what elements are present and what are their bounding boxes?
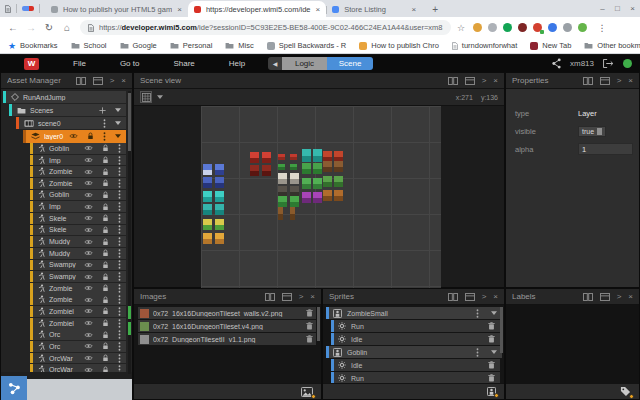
asset-row-actor[interactable]: Zombiel	[30, 306, 126, 317]
visibility-eye-icon[interactable]	[84, 262, 93, 268]
menu-item-help[interactable]: Help	[229, 59, 245, 68]
kebab-menu-icon[interactable]	[118, 225, 121, 234]
lock-icon[interactable]	[102, 331, 109, 339]
scene-sprite[interactable]	[262, 165, 271, 176]
scene-sprite[interactable]	[203, 164, 212, 175]
menu-item-file[interactable]: File	[73, 59, 86, 68]
add-icon[interactable]	[99, 107, 106, 114]
visibility-eye-icon[interactable]	[84, 308, 93, 314]
bookmark-item[interactable]: School	[71, 41, 107, 50]
split-rows-icon[interactable]	[600, 293, 610, 301]
asset-row-actor[interactable]: Swampy	[30, 260, 126, 271]
bookmark-item[interactable]: Misc	[225, 41, 253, 50]
trash-icon[interactable]	[488, 361, 495, 369]
asset-row-scene[interactable]: scene0	[16, 117, 126, 129]
scene-mode-button[interactable]: Scene	[327, 57, 373, 70]
scene-sprite[interactable]	[215, 177, 224, 188]
asset-row-actor[interactable]: Swampy	[30, 271, 126, 282]
visibility-eye-icon[interactable]	[84, 343, 93, 349]
split-rows-icon[interactable]	[465, 77, 475, 85]
extension-3-icon[interactable]	[503, 23, 512, 32]
home-button[interactable]: ⌂	[58, 22, 76, 33]
split-rows-icon[interactable]	[93, 77, 103, 85]
lock-icon[interactable]	[102, 342, 109, 350]
collapse-panel-icon[interactable]: >	[110, 77, 115, 85]
kebab-menu-icon[interactable]	[476, 348, 479, 357]
close-panel-icon[interactable]: ×	[310, 293, 315, 301]
scene-sprite[interactable]	[290, 164, 297, 170]
extension-7-icon[interactable]	[563, 23, 572, 32]
scene-sprite[interactable]	[323, 176, 332, 187]
extension-6-icon[interactable]	[548, 23, 557, 32]
split-columns-icon[interactable]	[448, 293, 458, 301]
chevron-down-icon[interactable]	[157, 95, 163, 99]
split-rows-icon[interactable]	[465, 293, 475, 301]
kebab-menu-icon[interactable]	[476, 309, 479, 318]
visibility-eye-icon[interactable]	[84, 285, 93, 291]
add-label-button[interactable]	[620, 386, 631, 397]
lock-icon[interactable]	[87, 132, 94, 140]
bookmark-item[interactable]: turndownforwhat	[452, 41, 517, 50]
close-panel-icon[interactable]: ×	[493, 293, 498, 301]
scene-sprite[interactable]	[278, 207, 283, 220]
scene-sprite[interactable]	[215, 233, 224, 244]
forward-button[interactable]: →	[22, 22, 40, 33]
sprite-group-row[interactable]: ZombieSmall	[326, 307, 502, 319]
visibility-eye-icon[interactable]	[84, 180, 93, 186]
collapse-panel-icon[interactable]: >	[617, 77, 622, 85]
alpha-input[interactable]	[578, 143, 633, 155]
tab-close-icon[interactable]: ×	[177, 5, 182, 14]
scene-sprite[interactable]	[203, 233, 212, 244]
asset-row-scenes[interactable]: Scenes	[9, 104, 126, 116]
split-columns-icon[interactable]	[583, 77, 593, 85]
lock-icon[interactable]	[102, 238, 109, 246]
bookmark-item[interactable]: How to publish Chro	[359, 41, 439, 50]
scene-sprite[interactable]	[203, 219, 212, 230]
add-image-button[interactable]	[301, 387, 313, 397]
minimize-button[interactable]: –	[595, 4, 610, 13]
kebab-menu-icon[interactable]	[118, 307, 121, 316]
scene-sprite[interactable]	[290, 154, 297, 160]
kebab-menu-icon[interactable]	[118, 179, 121, 188]
new-tab-button[interactable]: +	[428, 2, 442, 16]
scene-sprite[interactable]	[203, 191, 212, 202]
kebab-menu-icon[interactable]	[103, 132, 106, 141]
visibility-eye-icon[interactable]	[84, 332, 93, 338]
lock-icon[interactable]	[102, 203, 109, 211]
chevron-down-icon[interactable]	[491, 350, 497, 354]
asset-scrollbar-thumb[interactable]	[128, 93, 131, 151]
scene-sprite[interactable]	[290, 196, 299, 207]
close-panel-icon[interactable]: ×	[628, 293, 633, 301]
lock-icon[interactable]	[102, 366, 109, 372]
collapse-panel-icon[interactable]: >	[482, 293, 487, 301]
pinned-tab-doc-icon[interactable]	[5, 5, 11, 13]
tab[interactable]: Store Listing×	[326, 2, 422, 17]
grid-snap-button[interactable]	[140, 91, 152, 103]
close-panel-icon[interactable]: ×	[121, 77, 126, 85]
visibility-eye-icon[interactable]	[84, 192, 93, 198]
animation-row[interactable]: Idle	[331, 333, 500, 345]
menu-item-share[interactable]: Share	[173, 59, 194, 68]
collapse-arrow-icon[interactable]: ◀	[268, 57, 282, 70]
lock-icon[interactable]	[102, 273, 109, 281]
kebab-menu-icon[interactable]	[118, 156, 121, 165]
scene-canvas[interactable]	[201, 106, 441, 288]
scene-sprite[interactable]	[323, 190, 332, 201]
chevron-down-icon[interactable]	[491, 311, 497, 315]
kebab-menu-icon[interactable]	[118, 319, 121, 328]
kebab-menu-icon[interactable]	[118, 284, 121, 293]
extension-8-icon[interactable]	[578, 23, 587, 32]
split-columns-icon[interactable]	[448, 77, 458, 85]
visibility-eye-icon[interactable]	[84, 250, 93, 256]
lock-icon[interactable]	[102, 249, 109, 257]
kebab-menu-icon[interactable]	[118, 167, 121, 176]
scene-sprite[interactable]	[302, 192, 311, 203]
online-status-icon[interactable]	[623, 59, 632, 68]
menu-item-go-to[interactable]: Go to	[120, 59, 140, 68]
scene-sprite[interactable]	[334, 176, 343, 187]
chevron-down-icon[interactable]	[115, 121, 121, 125]
collapse-panel-icon[interactable]: >	[299, 293, 304, 301]
animation-row[interactable]: Run	[331, 320, 500, 332]
asset-row-actor[interactable]: Muddy	[30, 236, 126, 247]
lock-icon[interactable]	[102, 168, 109, 176]
